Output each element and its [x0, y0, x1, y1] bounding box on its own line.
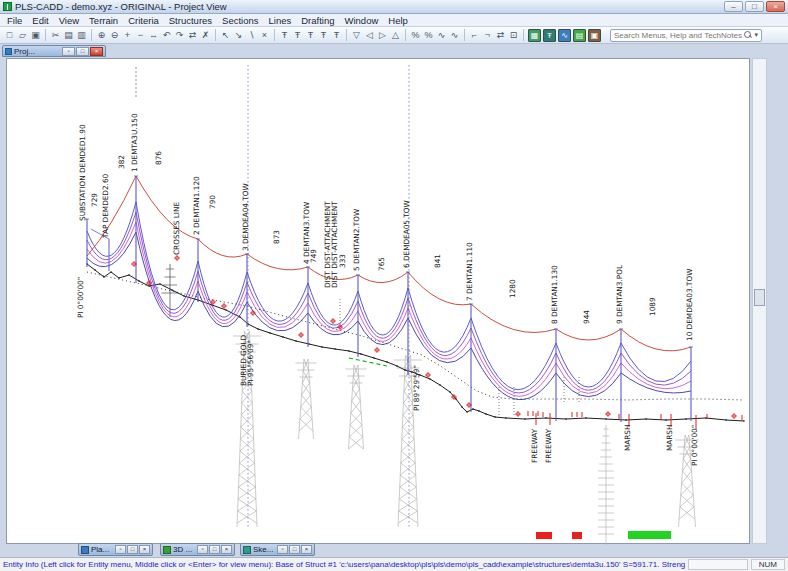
- stringing-chart-button[interactable]: %: [422, 28, 435, 42]
- quick-terrain-button[interactable]: ▦: [528, 29, 541, 42]
- search-icon[interactable]: [744, 31, 752, 39]
- maximize-button[interactable]: □: [745, 1, 764, 12]
- minimized-maximize-button[interactable]: □: [127, 545, 138, 554]
- move-structure-button[interactable]: Ŧ: [304, 28, 317, 42]
- app-icon: [3, 2, 12, 11]
- zoom-out-button[interactable]: ⊖: [108, 28, 121, 42]
- zoom-in-button[interactable]: ⊕: [95, 28, 108, 42]
- menu-item-window[interactable]: Window: [340, 14, 384, 27]
- grid-toggle-button[interactable]: ⊡: [507, 28, 520, 42]
- project-view-caption[interactable]: Proj... ▫ □ ×: [2, 45, 106, 57]
- section-graph-button[interactable]: ∿: [435, 28, 448, 42]
- minimized-window-3d[interactable]: 3D ...▫□×: [160, 543, 235, 556]
- minimized-window-ske[interactable]: Ske...▫□×: [240, 543, 315, 556]
- new-project-button[interactable]: □: [3, 28, 16, 42]
- menu-item-view[interactable]: View: [54, 14, 84, 27]
- move-tool-button[interactable]: ↘: [232, 28, 245, 42]
- raise-structure-button[interactable]: Ŧ: [317, 28, 330, 42]
- minimized-restore-button[interactable]: ▫: [197, 545, 208, 554]
- status-num-lock: NUM: [751, 559, 785, 570]
- menu-item-terrain[interactable]: Terrain: [84, 14, 123, 27]
- cut-button[interactable]: ✂: [49, 28, 62, 42]
- project-close-button[interactable]: ×: [90, 47, 103, 56]
- profile-label: SUBSTATION DEMDED1.90: [78, 124, 87, 221]
- redraw-button[interactable]: ✗: [199, 28, 212, 42]
- copy-button[interactable]: ▤: [62, 28, 75, 42]
- toolbar-separator: [215, 29, 216, 41]
- profile-labels: SUBSTATION DEMDED1.90729TAP DEMDED2.6038…: [76, 113, 699, 466]
- zoom-window-button[interactable]: +: [121, 28, 134, 42]
- zoom-previous-button[interactable]: −: [134, 28, 147, 42]
- delete-tool-button[interactable]: ×: [258, 28, 271, 42]
- profile-label: 749: [309, 249, 318, 263]
- profile-label: 790: [208, 195, 217, 209]
- minimized-maximize-button[interactable]: □: [209, 545, 220, 554]
- vertical-scrollbar[interactable]: [752, 58, 767, 544]
- sag-tension-button[interactable]: %: [409, 28, 422, 42]
- minimized-close-button[interactable]: ×: [139, 545, 150, 554]
- minimized-maximize-button[interactable]: □: [289, 545, 300, 554]
- minimize-button[interactable]: –: [724, 1, 743, 12]
- section-modify-button[interactable]: ∿: [448, 28, 461, 42]
- edit-structure-button[interactable]: Ŧ: [291, 28, 304, 42]
- search-box[interactable]: ▾: [610, 29, 762, 42]
- add-structure-button[interactable]: Ŧ: [278, 28, 291, 42]
- rotate-right-button[interactable]: ↷: [173, 28, 186, 42]
- menu-item-file[interactable]: File: [2, 14, 27, 27]
- minimized-close-button[interactable]: ×: [301, 545, 312, 554]
- open-project-button[interactable]: ▱: [16, 28, 29, 42]
- minimized-restore-button[interactable]: ▫: [277, 545, 288, 554]
- terrain-up-button[interactable]: △: [389, 28, 402, 42]
- menu-item-lines[interactable]: Lines: [264, 14, 297, 27]
- minimized-window-label: 3D ...: [173, 545, 196, 554]
- menu-item-drafting[interactable]: Drafting: [296, 14, 339, 27]
- profile-label: 8 DEMTAN1.130: [550, 265, 559, 324]
- swap-view-button[interactable]: ⇄: [494, 28, 507, 42]
- project-restore-button[interactable]: ▫: [62, 47, 75, 56]
- vertical-scrollbar-thumb[interactable]: [754, 289, 765, 306]
- profile-view-canvas[interactable]: SUBSTATION DEMDED1.90729TAP DEMDED2.6038…: [6, 58, 750, 544]
- title-bar: PLS-CADD - demo.xyz - ORIGINAL - Project…: [0, 0, 788, 14]
- profile-label: FREEWAY: [530, 428, 539, 463]
- minimized-window-pla[interactable]: Pla...▫□×: [78, 543, 153, 556]
- view-front-button[interactable]: ⇄: [186, 28, 199, 42]
- minimized-window-label: Pla...: [91, 545, 114, 554]
- profile-label: 873: [272, 230, 281, 244]
- menu-item-sections[interactable]: Sections: [217, 14, 263, 27]
- menu-item-criteria[interactable]: Criteria: [123, 14, 164, 27]
- profile-label: 841: [433, 254, 442, 268]
- menu-item-edit[interactable]: Edit: [27, 14, 53, 27]
- terrain-point-button[interactable]: ▽: [350, 28, 363, 42]
- search-input[interactable]: [614, 30, 742, 41]
- minimized-restore-button[interactable]: ▫: [115, 545, 126, 554]
- menu-item-structures[interactable]: Structures: [164, 14, 217, 27]
- project-maximize-button[interactable]: □: [76, 47, 89, 56]
- minimized-close-button[interactable]: ×: [221, 545, 232, 554]
- toolbar-separator: [91, 29, 92, 41]
- quick-sections-button[interactable]: ∿: [558, 29, 571, 42]
- profile-label: 944: [582, 310, 591, 324]
- clearance-check-button[interactable]: ¬: [481, 28, 494, 42]
- quick-reports-button[interactable]: ▤: [573, 29, 586, 42]
- profile-label: 333: [338, 254, 347, 268]
- profile-label: MARSH: [665, 425, 674, 451]
- clearance-line-button[interactable]: ⌐: [468, 28, 481, 42]
- search-dropdown-icon[interactable]: ▾: [754, 31, 758, 39]
- quick-structures-button[interactable]: Ŧ: [543, 29, 556, 42]
- pan-button[interactable]: ↔: [147, 28, 160, 42]
- line-tool-button[interactable]: ∖: [245, 28, 258, 42]
- close-button[interactable]: ×: [766, 1, 785, 12]
- profile-label: PI 0°00'00": [690, 425, 699, 466]
- quick-settings-button[interactable]: ▣: [588, 29, 601, 42]
- save-project-button[interactable]: ▣: [29, 28, 42, 42]
- terrain-prev-button[interactable]: ◁: [363, 28, 376, 42]
- select-tool-button[interactable]: ↖: [219, 28, 232, 42]
- menu-item-help[interactable]: Help: [383, 14, 413, 27]
- profile-label: 765: [377, 257, 386, 271]
- paste-button[interactable]: ▥: [75, 28, 88, 42]
- profile-label: DIST DIST-ATTACHMENT: [330, 201, 339, 288]
- minimized-window-icon: [243, 546, 251, 554]
- rotate-left-button[interactable]: ↶: [160, 28, 173, 42]
- check-structure-button[interactable]: Ŧ: [330, 28, 343, 42]
- terrain-next-button[interactable]: ▷: [376, 28, 389, 42]
